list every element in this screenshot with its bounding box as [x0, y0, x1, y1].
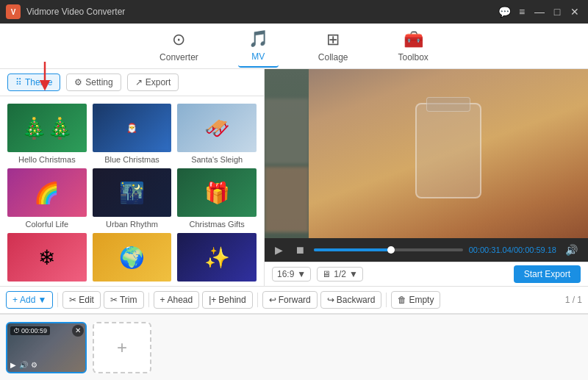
add-clip-icon: +	[117, 337, 127, 358]
nav-toolbox[interactable]: 🧰 Toolbox	[388, 26, 439, 67]
setting-icon: ⚙	[74, 77, 82, 87]
add-clip-button[interactable]: +	[93, 322, 151, 373]
page-indicator: 1 / 1	[565, 295, 582, 305]
quality-chevron-icon: ▼	[349, 269, 358, 279]
backward-button[interactable]: ↪ Backward	[320, 291, 382, 309]
theme-shining-star[interactable]: ✨ Shining Star	[176, 232, 258, 286]
top-navigation: ⊙ Converter 🎵 MV ⊞ Collage 🧰 Toolbox	[0, 24, 588, 69]
theme-urban-rhythm[interactable]: 🌃 Urban Rhythm	[91, 167, 173, 229]
empty-label: Empty	[409, 295, 434, 305]
theme-grid-icon: ⠿	[15, 77, 22, 87]
behind-label: Behind	[218, 295, 245, 305]
setting-button[interactable]: ⚙ Setting	[66, 74, 121, 91]
progress-thumb	[387, 246, 395, 254]
nav-collage-label: Collage	[318, 52, 348, 62]
ratio-chevron-icon: ▼	[297, 269, 306, 279]
nav-toolbox-label: Toolbox	[398, 52, 429, 62]
nav-collage[interactable]: ⊞ Collage	[308, 26, 359, 67]
play-button[interactable]: ▶	[272, 243, 286, 257]
title-bar: V Vidmore Video Converter 💬 ≡ — □ ✕	[0, 0, 588, 24]
trim-icon: ✂	[110, 295, 118, 305]
theme-urban-rhythm-label: Urban Rhythm	[106, 220, 158, 229]
nav-converter[interactable]: ⊙ Converter	[149, 26, 209, 67]
nav-mv-label: MV	[251, 51, 265, 62]
clip-time: ⏱ 00:00:59	[10, 326, 50, 335]
clip-volume-icon[interactable]: 🔊	[19, 361, 28, 369]
forward-button[interactable]: ↩ Forward	[262, 291, 318, 309]
video-bottom-bar: 16:9 ▼ 🖥 1/2 ▼ Start Export	[265, 262, 588, 286]
nav-mv[interactable]: 🎵 MV	[238, 25, 279, 68]
close-button[interactable]: ✕	[567, 4, 582, 19]
theme-hello-christmas-label: Hello Christmas	[18, 155, 76, 164]
theme-christmas-gifts-label: Christmas Gifts	[190, 220, 245, 229]
theme-christmas-gifts[interactable]: 🎁 Christmas Gifts	[176, 167, 258, 229]
minimize-button[interactable]: —	[532, 4, 547, 19]
clip-close-button[interactable]: ✕	[72, 325, 84, 337]
clip-controls: ▶ 🔊 ⚙	[10, 361, 37, 369]
theme-shining-star-label: Shining Star	[195, 284, 239, 286]
maximize-button[interactable]: □	[550, 4, 564, 19]
separator-2	[148, 293, 149, 307]
theme-colorful-life[interactable]: 🌈 Colorful Life	[6, 167, 88, 229]
separator-4	[386, 293, 387, 307]
start-export-button[interactable]: Start Export	[514, 265, 581, 283]
add-button[interactable]: + Add ▼	[6, 291, 53, 309]
backward-label: Backward	[337, 295, 376, 305]
theme-santas-sleigh-label: Santa's Sleigh	[191, 155, 243, 164]
export-icon: ↗	[135, 77, 143, 87]
theme-colorful-life-label: Colorful Life	[25, 220, 68, 229]
ahead-button[interactable]: + Ahead	[154, 291, 200, 309]
trash-icon: 🗑	[398, 295, 406, 305]
theme-button[interactable]: ⠿ Theme	[7, 74, 60, 91]
add-chevron-icon: ▼	[37, 295, 46, 305]
video-controls: ▶ ⏹ 00:00:31.04/00:00:59.18 🔊	[265, 238, 588, 262]
plus-icon: +	[12, 295, 18, 305]
empty-button[interactable]: 🗑 Empty	[391, 291, 440, 309]
ratio-value: 16:9	[277, 269, 294, 279]
behind-icon: |+	[209, 295, 216, 305]
forward-label: Forward	[279, 295, 311, 305]
edit-label: Edit	[79, 295, 94, 305]
theme-snowflake-label: Snowflake	[28, 284, 65, 286]
clip-settings-icon[interactable]: ⚙	[31, 361, 37, 369]
timeline-clip-1[interactable]: ⏱ 00:00:59 ✕ ▶ 🔊 ⚙	[6, 322, 87, 373]
behind-button[interactable]: |+ Behind	[202, 291, 253, 309]
theme-hello-christmas[interactable]: 🎄🎄 Hello Christmas	[6, 102, 88, 164]
menu-button[interactable]: ≡	[514, 4, 529, 19]
volume-button[interactable]: 🔊	[562, 243, 581, 257]
quality-value: 1/2	[334, 269, 346, 279]
chat-button[interactable]: 💬	[497, 4, 512, 19]
theme-santas-sleigh[interactable]: 🛷 Santa's Sleigh	[176, 102, 258, 164]
clip-play-icon[interactable]: ▶	[10, 361, 16, 369]
backward-icon: ↪	[327, 295, 334, 305]
ahead-label: Ahead	[168, 295, 193, 305]
theme-circle-world[interactable]: 🌍 Circle World	[91, 232, 173, 286]
edit-button[interactable]: ✂ Edit	[62, 291, 101, 309]
ahead-icon: +	[160, 295, 165, 305]
toolbox-icon: 🧰	[404, 30, 423, 49]
collage-icon: ⊞	[326, 30, 340, 49]
export-button[interactable]: ↗ Export	[127, 74, 179, 91]
theme-blue-christmas[interactable]: 🎅 Blue Christmas	[91, 102, 173, 164]
export-label: Export	[146, 77, 171, 87]
trim-button[interactable]: ✂ Trim	[104, 291, 144, 309]
theme-grid: 🎄🎄 Hello Christmas 🎅 Blue Christmas 🛷	[0, 96, 264, 286]
converter-icon: ⊙	[172, 30, 185, 49]
video-side-thumb	[265, 69, 309, 238]
separator-1	[57, 293, 58, 307]
quality-selector[interactable]: 🖥 1/2 ▼	[317, 267, 363, 282]
panel-toolbar: ⠿ Theme ⚙ Setting ↗ Export	[0, 69, 264, 96]
theme-snowflake[interactable]: ❄ Snowflake	[6, 232, 88, 286]
video-main-content	[309, 69, 588, 238]
timeline-area: ⏱ 00:00:59 ✕ ▶ 🔊 ⚙ +	[0, 314, 588, 380]
app-icon: V	[6, 4, 21, 19]
nav-converter-label: Converter	[159, 52, 198, 62]
stop-button[interactable]: ⏹	[292, 243, 308, 257]
progress-fill	[314, 248, 391, 251]
setting-label: Setting	[85, 77, 112, 87]
clock-icon: ⏱	[13, 327, 20, 334]
separator-3	[257, 293, 258, 307]
add-label: Add	[20, 295, 35, 305]
progress-bar[interactable]	[314, 248, 463, 251]
ratio-selector[interactable]: 16:9 ▼	[272, 267, 311, 282]
